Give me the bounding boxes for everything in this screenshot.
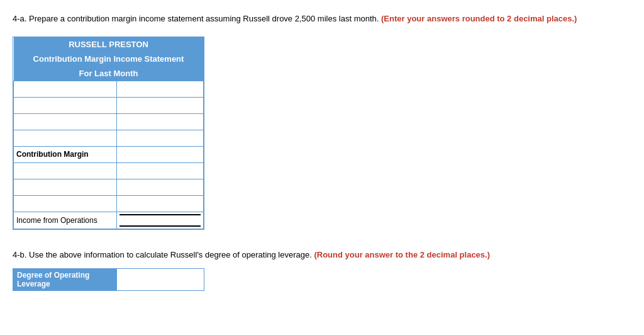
row-7-input[interactable]: [119, 181, 201, 193]
row-4-label: [14, 130, 117, 146]
leverage-row: Degree of Operating Leverage: [13, 269, 204, 291]
row-3-input-cell: [116, 113, 203, 130]
statement-title: Contribution Margin Income Statement: [14, 52, 204, 66]
leverage-table: Degree of Operating Leverage: [13, 268, 204, 291]
row-1-label: [14, 81, 117, 97]
row-3-input[interactable]: [119, 116, 201, 128]
instruction-4b-prefix: 4-b. Use the above information to calcul…: [13, 250, 312, 259]
degree-of-operating-leverage-input-cell: [116, 269, 204, 291]
row-4-input[interactable]: [119, 132, 201, 144]
instruction-4a: 4-a. Prepare a contribution margin incom…: [13, 13, 631, 25]
income-from-operations-input-cell: [116, 212, 203, 229]
table-row: [14, 97, 204, 113]
instruction-4a-highlight: (Enter your answers rounded to 2 decimal…: [381, 14, 577, 23]
contribution-margin-input-cell: [116, 146, 203, 162]
instruction-4b: 4-b. Use the above information to calcul…: [13, 249, 631, 261]
header-row-1: RUSSELL PRESTON: [14, 37, 204, 52]
instruction-4b-highlight: (Round your answer to the 2 decimal plac…: [314, 250, 490, 259]
row-6-label: [14, 162, 117, 179]
degree-of-operating-leverage-input[interactable]: [119, 271, 201, 288]
header-row-2: Contribution Margin Income Statement: [14, 52, 204, 66]
contribution-margin-label: Contribution Margin: [14, 146, 117, 162]
row-2-input-cell: [116, 97, 203, 113]
header-row-3: For Last Month: [14, 66, 204, 81]
row-3-label: [14, 113, 117, 130]
instruction-4a-prefix: 4-a. Prepare a contribution margin incom…: [13, 14, 379, 23]
table-row: [14, 179, 204, 195]
table-row: [14, 162, 204, 179]
income-statement-wrapper: RUSSELL PRESTON Contribution Margin Inco…: [13, 37, 204, 230]
table-row: [14, 113, 204, 130]
income-from-operations-row: Income from Operations: [14, 212, 204, 229]
contribution-margin-input[interactable]: [119, 149, 201, 161]
row-4-input-cell: [116, 130, 203, 146]
table-row: [14, 195, 204, 212]
income-from-operations-input[interactable]: [119, 214, 201, 227]
row-8-label: [14, 195, 117, 212]
table-row: [14, 130, 204, 146]
row-8-input[interactable]: [119, 198, 201, 210]
row-6-input-cell: [116, 162, 203, 179]
row-2-label: [14, 97, 117, 113]
row-1-input[interactable]: [119, 83, 201, 95]
row-6-input[interactable]: [119, 165, 201, 177]
row-7-input-cell: [116, 179, 203, 195]
section-4b: 4-b. Use the above information to calcul…: [13, 249, 631, 292]
row-7-label: [14, 179, 117, 195]
degree-of-operating-leverage-label: Degree of Operating Leverage: [13, 269, 117, 291]
period-title: For Last Month: [14, 66, 204, 81]
company-name: RUSSELL PRESTON: [14, 37, 204, 52]
contribution-margin-row: Contribution Margin: [14, 146, 204, 162]
income-statement-table: RUSSELL PRESTON Contribution Margin Inco…: [13, 37, 204, 229]
row-1-input-cell: [116, 81, 203, 97]
table-row: [14, 81, 204, 97]
income-from-operations-label: Income from Operations: [14, 212, 117, 229]
row-8-input-cell: [116, 195, 203, 212]
row-2-input[interactable]: [119, 99, 201, 111]
